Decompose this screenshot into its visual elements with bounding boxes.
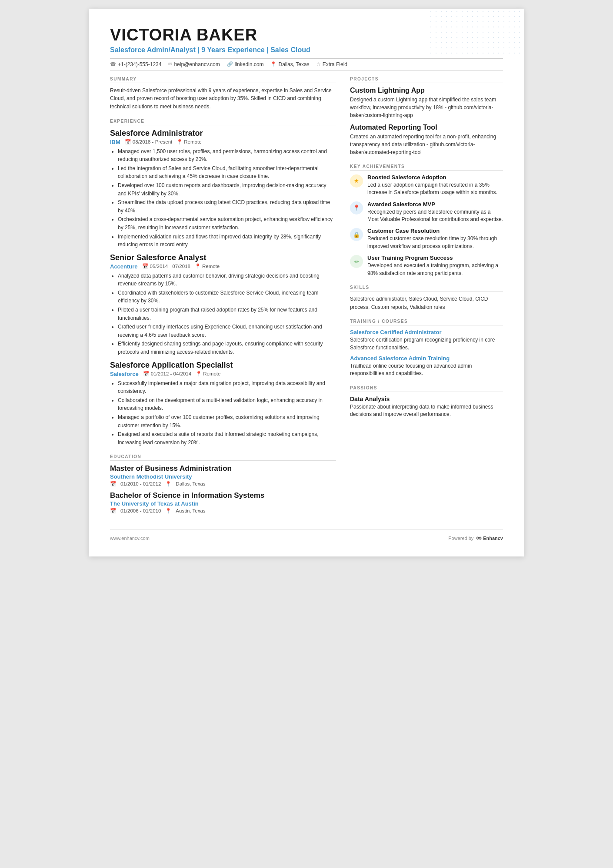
job-company-1: IBM xyxy=(110,139,120,145)
projects-label: PROJECTS xyxy=(350,77,503,83)
edu-degree-2: Bachelor of Science in Information Syste… xyxy=(110,491,336,500)
job-location-1: 📍 Remote xyxy=(177,139,201,145)
infinity-icon: ∞ xyxy=(476,533,482,543)
training-desc-1: Salesforce certification program recogni… xyxy=(350,336,503,352)
achievement-item-3: 🔒 Customer Case Resolution Reduced custo… xyxy=(350,228,503,250)
bullet-item: Developed over 100 custom reports and da… xyxy=(118,181,336,198)
job-title-2: Senior Salesforce Analyst xyxy=(110,253,336,262)
skills-section: SKILLS Salesforce administrator, Sales C… xyxy=(350,285,503,311)
bullet-item: Successfully implemented a major data mi… xyxy=(118,379,336,395)
pin-icon-edu2: 📍 xyxy=(165,508,171,514)
job-location-3: 📍 Remote xyxy=(196,371,220,377)
edu-degree-1: Master of Business Administration xyxy=(110,464,336,473)
job-meta-1: IBM 📅 08/2018 - Present 📍 Remote xyxy=(110,139,336,145)
bullet-item: Analyzed data patterns and customer beha… xyxy=(118,272,336,288)
pin-icon-1: 📍 xyxy=(177,139,183,145)
bullet-item: Streamlined the data upload process usin… xyxy=(118,198,336,214)
achievement-name-2: Awarded Salesforce MVP xyxy=(367,201,503,208)
achievement-name-3: Customer Case Resolution xyxy=(367,228,503,234)
header-section: VICTORIA BAKER Salesforce Admin/Analyst … xyxy=(110,26,503,70)
enhancv-logo: ∞ Enhancv xyxy=(476,533,503,543)
education-label: EDUCATION xyxy=(110,454,336,461)
page-footer: www.enhancv.com Powered by ∞ Enhancv xyxy=(110,530,503,543)
calendar-icon-2: 📅 xyxy=(142,263,148,269)
job-meta-2: Accenture 📅 05/2014 - 07/2018 📍 Remote xyxy=(110,263,336,270)
summary-label: SUMMARY xyxy=(110,77,336,83)
training-label: TRAINING / COURSES xyxy=(350,319,503,325)
achievement-icon-star: ★ xyxy=(350,174,363,188)
job-dates-1: 📅 08/2018 - Present xyxy=(125,139,172,145)
project-desc-1: Designed a custom Lightning app that sim… xyxy=(350,96,503,119)
achievement-icon-pin: 📍 xyxy=(350,201,363,214)
skills-label: SKILLS xyxy=(350,285,503,292)
location-value: Dallas, Texas xyxy=(278,61,309,67)
candidate-name: VICTORIA BAKER xyxy=(110,26,503,44)
achievement-icon-pencil: ✏ xyxy=(350,255,363,268)
edu-location-1: Dallas, Texas xyxy=(176,481,205,486)
edu-meta-2: 📅 01/2006 - 01/2010 📍 Austin, Texas xyxy=(110,508,336,514)
phone-icon: ☎ xyxy=(110,61,116,67)
calendar-icon-edu1: 📅 xyxy=(110,481,116,487)
training-item-2: Advanced Salesforce Admin Training Trail… xyxy=(350,355,503,378)
edu-meta-1: 📅 01/2010 - 01/2012 📍 Dallas, Texas xyxy=(110,481,336,487)
job-bullets-1: Managed over 1,500 user roles, profiles,… xyxy=(110,147,336,249)
contact-location: 📍 Dallas, Texas xyxy=(270,61,309,67)
bullet-item: Led the integration of Sales and Service… xyxy=(118,164,336,181)
left-column: SUMMARY Result-driven Salesforce profess… xyxy=(110,77,336,522)
achievement-desc-2: Recognized by peers and Salesforce commu… xyxy=(367,208,503,224)
job-dates-3: 📅 01/2012 - 04/2014 xyxy=(143,371,191,377)
edu-dates-2: 01/2006 - 01/2010 xyxy=(120,508,161,513)
contact-email: ✉ help@enhancv.com xyxy=(168,61,220,67)
achievement-desc-1: Led a user adoption campaign that result… xyxy=(367,181,503,197)
edu-item-2: Bachelor of Science in Information Syste… xyxy=(110,491,336,514)
footer-website: www.enhancv.com xyxy=(110,536,150,541)
achievement-item-2: 📍 Awarded Salesforce MVP Recognized by p… xyxy=(350,201,503,224)
project-desc-2: Created an automated reporting tool for … xyxy=(350,133,503,156)
edu-school-1: Southern Methodist University xyxy=(110,473,336,480)
bullet-item: Piloted a user training program that rai… xyxy=(118,306,336,322)
education-section: EDUCATION Master of Business Administrat… xyxy=(110,454,336,514)
right-column: PROJECTS Custom Lightning App Designed a… xyxy=(350,77,503,522)
edu-location-2: Austin, Texas xyxy=(176,508,205,513)
project-title-2: Automated Reporting Tool xyxy=(350,124,503,131)
resume-page: VICTORIA BAKER Salesforce Admin/Analyst … xyxy=(89,9,524,556)
bullet-item: Coordinated with stakeholders to customi… xyxy=(118,289,336,305)
training-desc-2: Trailhead online course focusing on adva… xyxy=(350,362,503,378)
job-location-2: 📍 Remote xyxy=(195,263,220,269)
calendar-icon-1: 📅 xyxy=(125,139,131,145)
training-title-2: Advanced Salesforce Admin Training xyxy=(350,355,503,362)
bullet-item: Efficiently designed sharing settings an… xyxy=(118,340,336,356)
bullet-item: Implemented validation rules and flows t… xyxy=(118,233,336,249)
contact-bar: ☎ +1-(234)-555-1234 ✉ help@enhancv.com 🔗… xyxy=(110,58,503,70)
pin-icon-edu1: 📍 xyxy=(165,481,171,487)
achievement-name-1: Boosted Salesforce Adoption xyxy=(367,174,503,181)
achievements-section: KEY ACHIEVEMENTS ★ Boosted Salesforce Ad… xyxy=(350,164,503,277)
pin-icon-3: 📍 xyxy=(196,371,202,377)
contact-phone: ☎ +1-(234)-555-1234 xyxy=(110,61,161,67)
job-dates-2: 📅 05/2014 - 07/2018 xyxy=(142,263,190,269)
email-icon: ✉ xyxy=(168,61,172,67)
training-title-1: Salesforce Certified Administrator xyxy=(350,329,503,335)
contact-extra: ☆ Extra Field xyxy=(316,61,347,67)
job-meta-3: Salesforce 📅 01/2012 - 04/2014 📍 Remote xyxy=(110,371,336,377)
job-company-2: Accenture xyxy=(110,263,138,270)
brand-name: Enhancv xyxy=(483,536,503,541)
job-bullets-3: Successfully implemented a major data mi… xyxy=(110,379,336,447)
bullet-item: Collaborated on the development of a mul… xyxy=(118,396,336,412)
training-item-1: Salesforce Certified Administrator Sales… xyxy=(350,329,503,352)
edu-school-2: The University of Texas at Austin xyxy=(110,500,336,507)
phone-value: +1-(234)-555-1234 xyxy=(118,61,161,67)
passion-desc-1: Passionate about interpreting data to ma… xyxy=(350,403,503,419)
bullet-item: Managed over 1,500 user roles, profiles,… xyxy=(118,147,336,164)
achievement-name-4: User Training Program Success xyxy=(367,255,503,261)
location-icon: 📍 xyxy=(270,61,277,67)
project-title-1: Custom Lightning App xyxy=(350,87,503,94)
bullet-item: Managed a portfolio of over 100 customer… xyxy=(118,413,336,429)
contact-website: 🔗 linkedin.com xyxy=(227,61,264,67)
project-item-2: Automated Reporting Tool Created an auto… xyxy=(350,124,503,156)
achievements-label: KEY ACHIEVEMENTS xyxy=(350,164,503,171)
achievement-icon-lock: 🔒 xyxy=(350,228,363,241)
bullet-item: Crafted user-friendly interfaces using E… xyxy=(118,323,336,339)
summary-section: SUMMARY Result-driven Salesforce profess… xyxy=(110,77,336,111)
passions-label: PASSIONS xyxy=(350,385,503,392)
